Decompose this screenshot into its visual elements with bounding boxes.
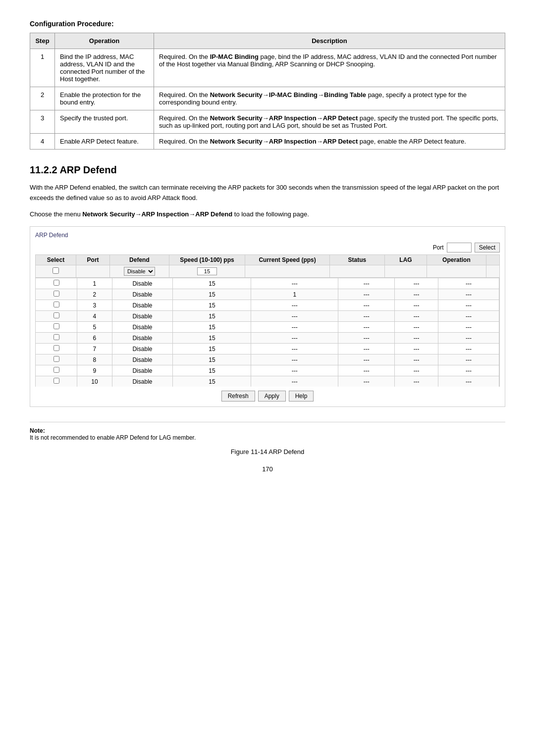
step-num: 1 <box>30 49 55 87</box>
col-operation: Operation <box>55 33 154 49</box>
row-current-speed: --- <box>251 311 338 322</box>
row-operation: --- <box>438 322 499 333</box>
operation-text: Enable the protection for the bound entr… <box>55 87 154 110</box>
arp-table-body: 1 Disable 15 --- --- --- --- 2 Disable 1… <box>35 278 499 387</box>
step-num: 4 <box>30 134 55 150</box>
row-operation: --- <box>438 365 499 376</box>
table-row: 5 Disable 15 --- --- --- --- <box>36 322 499 333</box>
row-port: 1 <box>77 278 112 289</box>
refresh-button[interactable]: Refresh <box>221 391 255 402</box>
row-status: --- <box>338 311 395 322</box>
row-lag: --- <box>395 376 438 387</box>
row-checkbox[interactable] <box>54 356 59 362</box>
row-checkbox[interactable] <box>54 367 59 373</box>
row-lag: --- <box>395 311 438 322</box>
row-current-speed: --- <box>251 333 338 344</box>
config-title: Configuration Procedure: <box>30 20 505 28</box>
select-button[interactable]: Select <box>475 243 500 252</box>
row-speed: 15 <box>173 300 251 311</box>
row-checkbox[interactable] <box>54 345 59 351</box>
row-port: 6 <box>77 333 112 344</box>
row-lag: --- <box>395 300 438 311</box>
table-row: 4 Disable 15 --- --- --- --- <box>36 311 499 322</box>
row-speed: 15 <box>173 344 251 354</box>
row-current-speed: --- <box>251 365 338 376</box>
row-select-cell[interactable] <box>36 365 77 376</box>
row-select-cell[interactable] <box>36 333 77 344</box>
row-select-cell[interactable] <box>36 344 77 354</box>
description-text: Required. On the Network Security→ARP In… <box>154 110 505 134</box>
operation-text: Specify the trusted port. <box>55 110 154 134</box>
row-select-cell[interactable] <box>36 300 77 311</box>
table-row: 3 Disable 15 --- --- --- --- <box>36 300 499 311</box>
row-operation: --- <box>438 333 499 344</box>
row-status: --- <box>338 365 395 376</box>
speed-subheader[interactable] <box>169 265 245 278</box>
help-button[interactable]: Help <box>289 391 314 402</box>
row-lag: --- <box>395 354 438 365</box>
table-row: 1 Bind the IP address, MAC address, VLAN… <box>30 49 505 87</box>
row-defend: Disable <box>112 365 173 376</box>
row-checkbox[interactable] <box>54 312 59 318</box>
col-step: Step <box>30 33 55 49</box>
row-select-cell[interactable] <box>36 289 77 300</box>
col-lag: LAG <box>384 255 427 265</box>
table-scroll-container[interactable]: 1 Disable 15 --- --- --- --- 2 Disable 1… <box>35 278 500 387</box>
row-status: --- <box>338 354 395 365</box>
row-select-cell[interactable] <box>36 311 77 322</box>
row-checkbox[interactable] <box>54 291 59 297</box>
row-checkbox[interactable] <box>54 334 59 340</box>
table-row: 10 Disable 15 --- --- --- --- <box>36 376 499 387</box>
select-all-checkbox[interactable] <box>53 267 59 274</box>
row-select-cell[interactable] <box>36 278 77 289</box>
row-lag: --- <box>395 333 438 344</box>
speed-input-all[interactable] <box>197 267 217 275</box>
row-select-cell[interactable] <box>36 354 77 365</box>
action-row: Refresh Apply Help <box>35 391 500 402</box>
row-select-cell[interactable] <box>36 322 77 333</box>
table-row: 2 Disable 15 1 --- --- --- <box>36 289 499 300</box>
config-table: Step Operation Description 1 Bind the IP… <box>30 33 505 150</box>
port-input[interactable] <box>447 243 472 252</box>
row-defend: Disable <box>112 278 173 289</box>
figure-caption: Figure 11-14 ARP Defend <box>30 448 505 455</box>
table-row: 8 Disable 15 --- --- --- --- <box>36 354 499 365</box>
table-row: 9 Disable 15 --- --- --- --- <box>36 365 499 376</box>
row-checkbox[interactable] <box>54 280 59 286</box>
apply-button[interactable]: Apply <box>258 391 286 402</box>
table-row: 6 Disable 15 --- --- --- --- <box>36 333 499 344</box>
step-num: 3 <box>30 110 55 134</box>
row-port: 3 <box>77 300 112 311</box>
page-number: 170 <box>30 465 505 473</box>
row-status: --- <box>338 300 395 311</box>
row-select-cell[interactable] <box>36 376 77 387</box>
row-operation: --- <box>438 376 499 387</box>
col-current-speed: Current Speed (pps) <box>245 255 330 265</box>
row-lag: --- <box>395 344 438 354</box>
table-row: 2 Enable the protection for the bound en… <box>30 87 505 110</box>
row-checkbox[interactable] <box>54 323 59 329</box>
row-port: 9 <box>77 365 112 376</box>
table-row: 3 Specify the trusted port. Required. On… <box>30 110 505 134</box>
table-row: 4 Enable ARP Detect feature. Required. O… <box>30 134 505 150</box>
arp-defend-section: 11.2.2 ARP Defend With the ARP Defend en… <box>30 164 505 473</box>
select-all-cell[interactable] <box>36 265 76 278</box>
arp-table: Select Port Defend Speed (10-100) pps Cu… <box>35 254 500 278</box>
arp-defend-widget: ARP Defend Port Select Select <box>30 226 505 407</box>
row-status: --- <box>338 376 395 387</box>
choose-menu-text: Choose the menu Network Security→ARP Ins… <box>30 209 505 220</box>
row-checkbox[interactable] <box>54 378 59 384</box>
row-current-speed: 1 <box>251 289 338 300</box>
row-speed: 15 <box>173 278 251 289</box>
col-speed: Speed (10-100) pps <box>169 255 245 265</box>
row-checkbox[interactable] <box>54 302 59 307</box>
row-defend: Disable <box>112 311 173 322</box>
defend-subheader[interactable]: Disable Enable <box>110 265 169 278</box>
defend-select-all[interactable]: Disable Enable <box>124 267 155 276</box>
lag-subheader <box>384 265 427 278</box>
row-port: 8 <box>77 354 112 365</box>
row-speed: 15 <box>173 289 251 300</box>
row-status: --- <box>338 278 395 289</box>
row-current-speed: --- <box>251 354 338 365</box>
row-port: 10 <box>77 376 112 387</box>
